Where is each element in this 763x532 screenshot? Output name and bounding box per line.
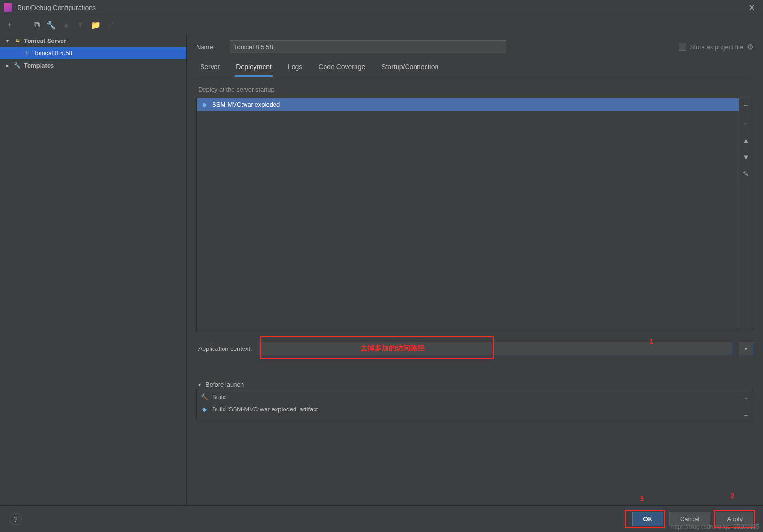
tab-server[interactable]: Server [199, 63, 221, 77]
application-context-row: Application context: ▾ 去掉多加的访问路径 1 [198, 342, 753, 355]
ok-button[interactable]: OK [632, 512, 664, 526]
tab-code-coverage[interactable]: Code Coverage [317, 63, 366, 77]
chevron-down-icon: ▾ [198, 382, 201, 387]
tomcat-icon: ≋ [23, 49, 31, 57]
tree-label: Templates [24, 62, 54, 69]
annotation-3: 3 [640, 494, 644, 502]
store-as-project-checkbox[interactable] [679, 43, 686, 51]
before-launch-label: Before launch [205, 381, 244, 388]
watermark: https://blog.csdn.net/qq_25200335 [671, 523, 759, 530]
before-launch-artifact-row[interactable]: ◆ Build 'SSM-MVC:war exploded' artifact [197, 403, 739, 415]
tab-deployment[interactable]: Deployment [235, 63, 273, 77]
titlebar: Run/Debug Configurations ✕ [0, 0, 763, 15]
tab-startup[interactable]: Startup/Connection [380, 63, 439, 77]
remove-artifact-icon[interactable]: － [743, 119, 750, 128]
deploy-artifact-row[interactable]: ◆ SSM-MVC:war exploded [197, 98, 739, 111]
app-icon [4, 3, 12, 12]
move-down-icon: ▼ [77, 20, 84, 29]
folder-icon[interactable]: 📁 [91, 20, 101, 30]
deploy-list[interactable]: ◆ SSM-MVC:war exploded [197, 98, 739, 331]
annotation-2: 2 [731, 491, 734, 500]
bl-label: Build [212, 393, 226, 400]
deploy-section-label: Deploy at the server startup [198, 86, 753, 93]
appctx-dropdown-icon[interactable]: ▾ [739, 342, 753, 355]
name-input[interactable] [230, 40, 506, 53]
deploy-side-buttons: ＋ － ▲ ▼ ✎ [739, 98, 753, 331]
before-launch-header[interactable]: ▾ Before launch [196, 379, 753, 390]
wrench-icon: 🔧 [13, 61, 21, 69]
bl-label: Build 'SSM-MVC:war exploded' artifact [212, 406, 318, 413]
config-tabs: Server Deployment Logs Code Coverage Sta… [196, 57, 753, 77]
before-launch-build-row[interactable]: 🔨 Build [197, 390, 739, 403]
add-task-icon[interactable]: ＋ [743, 393, 750, 402]
before-launch-list[interactable]: 🔨 Build ◆ Build 'SSM-MVC:war exploded' a… [197, 390, 739, 420]
tree-templates[interactable]: ▸ 🔧 Templates [0, 59, 186, 72]
tree-tomcat-instance[interactable]: ≋ Tomcat 8.5.58 [0, 47, 186, 59]
gear-icon[interactable]: ⚙ [747, 42, 753, 51]
application-context-input[interactable] [259, 342, 732, 355]
artifact-icon: ◆ [201, 101, 208, 108]
hammer-icon: 🔨 [201, 393, 208, 400]
store-label: Store as project file [690, 43, 743, 51]
appctx-label: Application context: [198, 345, 252, 352]
move-up-icon: ▲ [62, 20, 70, 29]
remove-task-icon[interactable]: － [743, 411, 750, 420]
remove-config-icon[interactable]: － [20, 20, 28, 30]
artifact-label: SSM-MVC:war exploded [212, 101, 280, 108]
window-title: Run/Debug Configurations [17, 4, 744, 11]
artifact-down-icon[interactable]: ▼ [743, 153, 750, 161]
config-toolbar: ＋ － ⧉ 🔧 ▲ ▼ 📁 ↓ᴬ [0, 15, 763, 34]
artifact-up-icon[interactable]: ▲ [743, 136, 750, 144]
name-label: Name: [196, 43, 221, 51]
add-artifact-icon[interactable]: ＋ [743, 101, 750, 110]
tree-label: Tomcat Server [24, 37, 66, 44]
tab-logs[interactable]: Logs [287, 63, 303, 77]
artifact-icon: ◆ [201, 405, 208, 413]
add-config-icon[interactable]: ＋ [6, 20, 13, 30]
content-panel: Name: Store as project file ⚙ Server Dep… [187, 34, 763, 505]
close-icon[interactable]: ✕ [744, 2, 759, 13]
dialog-footer: ? OK Cancel Apply [0, 505, 763, 532]
edit-defaults-icon[interactable]: 🔧 [46, 20, 56, 30]
config-tree: ▾ ≋ Tomcat Server ≋ Tomcat 8.5.58 ▸ 🔧 Te… [0, 34, 187, 505]
tree-label: Tomcat 8.5.58 [33, 50, 72, 57]
sort-icon: ↓ᴬ [107, 20, 114, 30]
tomcat-icon: ≋ [13, 37, 21, 44]
before-launch-section: ▾ Before launch 🔨 Build ◆ Build 'SSM-MVC… [196, 379, 753, 420]
chevron-down-icon: ▾ [4, 38, 10, 43]
deploy-area: ◆ SSM-MVC:war exploded ＋ － ▲ ▼ ✎ [196, 98, 753, 331]
copy-config-icon[interactable]: ⧉ [34, 20, 40, 29]
before-launch-side-buttons: ＋ － [739, 390, 753, 420]
edit-artifact-icon[interactable]: ✎ [743, 170, 749, 178]
chevron-right-icon: ▸ [4, 63, 10, 68]
help-button[interactable]: ? [10, 513, 22, 525]
tree-tomcat-server[interactable]: ▾ ≋ Tomcat Server [0, 34, 186, 47]
